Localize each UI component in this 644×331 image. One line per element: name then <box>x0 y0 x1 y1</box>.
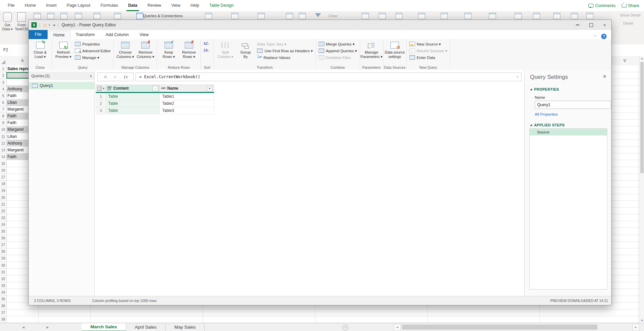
ribbon-tool-icon[interactable] <box>136 13 143 19</box>
excel-tab-home[interactable]: Home <box>20 0 41 11</box>
comments-button[interactable]: Comments <box>588 3 615 8</box>
excel-tab-help[interactable]: Help <box>185 0 204 11</box>
row-number[interactable]: 20 <box>0 194 7 201</box>
close-window-button[interactable]: × <box>598 20 611 30</box>
grid-cell[interactable]: Table1 <box>160 93 214 100</box>
status-profiling[interactable]: Column profiling based on top 1000 rows <box>92 299 157 303</box>
remove-columns-button[interactable]: RemoveColumns ▾ <box>136 40 155 59</box>
ribbon-tool-icon[interactable] <box>396 13 403 19</box>
excel-tab-review[interactable]: Review <box>142 0 166 11</box>
close-settings-icon[interactable]: ✕ <box>603 74 607 79</box>
ribbon-tool-icon[interactable] <box>571 13 578 19</box>
group-by-button[interactable]: GroupBy <box>236 40 255 59</box>
query-list-item[interactable]: Query1 <box>29 82 94 89</box>
grid-cell[interactable]: Table <box>106 100 160 107</box>
new-source-button[interactable]: New Source ▾ <box>408 41 448 47</box>
row-number[interactable]: 19 <box>0 187 7 194</box>
formula-input[interactable]: = Excel.CurrentWorkbook() ▾ <box>136 72 522 81</box>
row-number[interactable]: 30 <box>0 262 7 268</box>
use-first-row-as-headers-button[interactable]: Use First Row as Headers ▾ <box>256 48 314 54</box>
sheet-nav-next-icon[interactable]: ▸ <box>47 323 49 331</box>
ribbon-tool-icon[interactable] <box>586 13 593 19</box>
ribbon-tool-icon[interactable] <box>60 13 67 19</box>
sheet-tab-march-sales[interactable]: March Sales <box>82 323 126 331</box>
pq-tab-transform[interactable]: Transform <box>70 30 100 39</box>
row-number[interactable]: 23 <box>0 214 7 221</box>
excel-tab-insert[interactable]: Insert <box>41 0 62 11</box>
row-number[interactable]: 16 <box>0 167 7 174</box>
split-column-button[interactable]: SplitColumn ▾ <box>215 40 235 59</box>
row-number[interactable]: 32 <box>0 275 7 282</box>
excel-tab-table-design[interactable]: Table Design <box>204 0 239 11</box>
vertical-scrollbar-thumb[interactable] <box>640 62 644 173</box>
manage-button[interactable]: Manage ▾ <box>74 54 112 61</box>
row-number[interactable]: 11 <box>0 133 7 140</box>
row-number[interactable]: 27 <box>0 242 7 248</box>
select-all-columns-button[interactable]: ▾ <box>96 85 106 92</box>
ribbon-tool-icon[interactable] <box>553 13 560 19</box>
pq-tab-add-column[interactable]: Add Column <box>100 30 134 39</box>
enter-data-button[interactable]: Enter Data <box>408 54 448 61</box>
row-number[interactable]: 10 <box>0 126 7 133</box>
help-icon[interactable]: ? <box>601 34 607 39</box>
excel-tab-view[interactable]: View <box>166 0 185 11</box>
properties-section-header[interactable]: PROPERTIES <box>530 87 607 91</box>
quick-access-customize-icon[interactable]: ▾̶ <box>53 23 55 27</box>
ribbon-tool-icon[interactable] <box>489 13 496 19</box>
row-number[interactable]: 1 <box>0 65 7 72</box>
filter-icon[interactable] <box>315 13 321 17</box>
grid-row-number[interactable]: 2 <box>96 100 106 107</box>
row-number[interactable]: 38 <box>0 316 7 323</box>
ribbon-tool-icon[interactable] <box>515 13 522 19</box>
from-text-csv-button[interactable]: From Text/CSV <box>15 12 28 31</box>
grid-cell[interactable]: Table2 <box>160 100 214 107</box>
row-number[interactable]: 18 <box>0 181 7 187</box>
maximize-button[interactable] <box>584 20 598 30</box>
column-header-name[interactable]: ABCName▾ <box>160 85 214 92</box>
pq-tab-home[interactable]: Home <box>48 31 70 39</box>
column-header-content[interactable]: ABC123Content↔ <box>106 85 160 92</box>
row-number[interactable]: 26 <box>0 235 7 241</box>
grid-cell[interactable]: Table <box>106 107 160 114</box>
recent-sources-button[interactable]: Recent Sources ▾ <box>408 48 448 54</box>
row-number[interactable]: 37 <box>0 309 7 316</box>
pq-tab-file[interactable]: File <box>29 30 48 39</box>
cell-a38[interactable] <box>6 316 38 323</box>
ribbon-tool-icon[interactable] <box>114 13 121 19</box>
row-number[interactable]: 9 <box>0 120 7 126</box>
vertical-scrollbar[interactable]: ▲ ▼ <box>639 56 644 323</box>
row-number[interactable]: 22 <box>0 208 7 214</box>
properties-button[interactable]: Properties <box>74 41 112 47</box>
grid-cell[interactable]: Table <box>106 93 160 100</box>
ribbon-tool-icon[interactable] <box>34 13 41 19</box>
queries-connections-label[interactable]: Queries & Connections <box>143 14 183 18</box>
filter-dropdown-icon[interactable]: ▾ <box>207 86 212 91</box>
ribbon-tool-icon[interactable] <box>75 13 82 19</box>
row-number[interactable]: 28 <box>0 248 7 255</box>
merge-queries-button[interactable]: Merge Queries ▾ <box>318 41 358 47</box>
replace-values-button[interactable]: Replace Values <box>256 54 314 61</box>
row-number[interactable]: 8 <box>0 113 7 119</box>
vscroll-down-icon[interactable]: ▼ <box>640 319 644 322</box>
query-name-input[interactable] <box>535 101 611 109</box>
advanced-editor-button[interactable]: Advanced Editor <box>74 48 112 54</box>
ribbon-tool-icon[interactable] <box>533 13 540 19</box>
row-number[interactable]: 17 <box>0 174 7 180</box>
grid-menu-dropdown-icon[interactable]: ▾ <box>103 87 104 90</box>
collapse-queries-pane-icon[interactable]: ‹ <box>90 73 92 79</box>
row-number[interactable]: 25 <box>0 228 7 235</box>
horizontal-scrollbar-thumb[interactable] <box>402 325 597 330</box>
ribbon-tool-icon[interactable] <box>47 13 54 19</box>
row-number[interactable]: 2 <box>0 72 7 79</box>
sheet-tab-april-sales[interactable]: April Sales <box>126 323 166 331</box>
add-sheet-button[interactable]: + <box>343 325 348 330</box>
row-number[interactable]: 36 <box>0 303 7 309</box>
share-button[interactable]: Share <box>622 3 639 8</box>
grid-cell[interactable]: Table3 <box>160 107 214 114</box>
applied-step-source[interactable]: Source <box>530 129 607 136</box>
ribbon-tool-icon[interactable] <box>464 13 471 19</box>
grid-row-number[interactable]: 3 <box>96 107 106 114</box>
applied-steps-section-header[interactable]: APPLIED STEPS <box>530 123 607 127</box>
get-data-button[interactable]: Get Data ▾ <box>1 12 14 31</box>
grid-row-number[interactable]: 1 <box>96 93 106 100</box>
